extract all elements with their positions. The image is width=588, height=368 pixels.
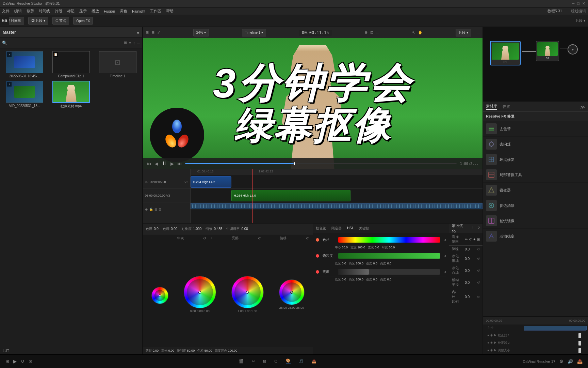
menu-trim[interactable]: 修剪 bbox=[27, 9, 34, 14]
menu-timeline[interactable]: 时间线 bbox=[39, 9, 50, 14]
lock-btn[interactable]: 🔒 bbox=[149, 208, 153, 211]
bt-icon-2[interactable]: ▶ bbox=[13, 359, 17, 364]
scope-tab-hsl[interactable]: HSL bbox=[347, 226, 354, 230]
sat-reset-btn[interactable]: ↺ bbox=[443, 254, 446, 258]
media-item-timeline[interactable]: ⊡ Timeline 1 bbox=[96, 51, 140, 78]
viewer-frame-btn[interactable]: ⊟ bbox=[151, 30, 154, 35]
menu-edit[interactable]: 编辑 bbox=[14, 9, 22, 14]
nodes-btn[interactable]: ⬡ 节点 bbox=[52, 17, 69, 25]
media-item-compound[interactable]: 📋 Compound Clip 1 bbox=[49, 51, 93, 78]
noise-reset[interactable]: ↺ bbox=[477, 247, 480, 251]
fx-item-7[interactable]: 老动稳定 bbox=[483, 229, 588, 244]
module-fairlight[interactable]: 🎵 bbox=[299, 359, 304, 364]
black-clean-reset[interactable]: ↺ bbox=[477, 257, 480, 261]
viewer-mode-btn[interactable]: ⊕ bbox=[364, 30, 368, 35]
reset-mid-btn[interactable]: ↺ bbox=[203, 236, 206, 240]
scope-tab-keyframe[interactable]: 关键帧 bbox=[359, 226, 369, 231]
mid-color-wheel[interactable] bbox=[184, 276, 216, 308]
media-pool-search-icon[interactable]: 🔍 bbox=[2, 41, 7, 45]
metadata-btn[interactable]: 🖼 片段 ▾ bbox=[28, 17, 48, 25]
fx-item-6[interactable]: 创忧镜像 bbox=[483, 213, 588, 229]
fx-item-5[interactable]: 参边消除 bbox=[483, 198, 588, 213]
lum-reset-btn[interactable]: ↺ bbox=[443, 270, 446, 274]
dark-color-wheel[interactable] bbox=[151, 287, 168, 304]
clip-dropdown[interactable]: 片段 ▾ bbox=[456, 29, 471, 36]
module-cut[interactable]: ✂ bbox=[252, 359, 255, 364]
close-btn[interactable]: ✕ bbox=[582, 1, 585, 6]
select-tool-3[interactable]: ✦ bbox=[473, 237, 476, 241]
menu-help[interactable]: 帮助 bbox=[166, 9, 174, 14]
open-fx-btn[interactable]: Open FX bbox=[73, 17, 93, 25]
reset-offset-btn[interactable]: ↺ bbox=[306, 236, 309, 240]
sat-bar[interactable] bbox=[338, 253, 440, 259]
bt-icon-3[interactable]: ↺ bbox=[21, 359, 24, 364]
media-pool-grid-icon[interactable]: ⊞ bbox=[124, 41, 127, 45]
menu-fairlight[interactable]: Fairlight bbox=[132, 9, 145, 13]
menu-view[interactable]: 显示 bbox=[79, 9, 87, 14]
ratio-reset[interactable]: ↺ bbox=[477, 295, 480, 299]
add-wheel-btn[interactable]: + bbox=[210, 236, 212, 241]
timeline-clip-green[interactable]: H.264 High L3.0 bbox=[231, 190, 350, 201]
menu-color[interactable]: 调色 bbox=[120, 9, 127, 14]
next-frame-btn[interactable]: ⏭ bbox=[177, 161, 182, 166]
maximize-btn[interactable]: □ bbox=[577, 1, 579, 6]
media-pool-list-icon[interactable]: ≡ bbox=[129, 41, 131, 45]
menu-clip[interactable]: 片段 bbox=[55, 9, 62, 14]
select-tool-1[interactable]: ✏ bbox=[465, 237, 468, 241]
fx-item-1[interactable]: 去闪烁 bbox=[483, 137, 588, 152]
hue-reset-btn[interactable]: ↺ bbox=[443, 238, 446, 242]
bright-color-wheel[interactable] bbox=[231, 276, 264, 308]
timeline-dropdown[interactable]: Timeline 1 ▾ bbox=[242, 29, 266, 36]
hue-bar[interactable] bbox=[338, 237, 440, 243]
media-pool-sort-icon[interactable]: ↕ bbox=[133, 41, 135, 45]
node-02[interactable]: 02 bbox=[536, 41, 559, 61]
play-rev-btn[interactable]: ◀ bbox=[155, 161, 158, 166]
viewer-dots-btn[interactable]: ··· bbox=[477, 31, 480, 35]
menu-play[interactable]: 播放 bbox=[92, 9, 99, 14]
menu-workspace[interactable]: 工作区 bbox=[150, 9, 161, 14]
fx-item-2[interactable]: 坏点修复 bbox=[483, 152, 588, 167]
play-fwd-btn[interactable]: ▶ bbox=[170, 161, 174, 166]
bt-icon-1[interactable]: ⊞ bbox=[5, 359, 9, 364]
media-pool-more-icon[interactable]: ··· bbox=[137, 41, 140, 45]
viewer-fit-btn[interactable]: ⊞ bbox=[146, 30, 149, 35]
media-item-vid[interactable]: ♪ VID_20220531_18... bbox=[3, 81, 47, 109]
opt-tab-2[interactable]: 2 bbox=[478, 226, 480, 230]
scope-tab-limiter[interactable]: 限定器 bbox=[331, 226, 342, 231]
bt-icon-settings[interactable]: ⚙ bbox=[559, 359, 564, 364]
play-head-btn[interactable]: ⊕ bbox=[145, 208, 148, 211]
fx-item-0[interactable]: 去色带 bbox=[483, 121, 588, 137]
reset-bright-btn[interactable]: ↺ bbox=[258, 236, 261, 240]
module-deliver[interactable]: 📤 bbox=[312, 359, 316, 364]
bt-icon-4[interactable]: ⊡ bbox=[29, 359, 32, 364]
prev-frame-btn[interactable]: ⏮ bbox=[147, 161, 151, 166]
bt-icon-export[interactable]: 📤 bbox=[577, 359, 583, 364]
lum-bar[interactable] bbox=[338, 269, 369, 275]
viewer-hand-tool[interactable]: ✋ bbox=[418, 30, 423, 35]
minimize-btn[interactable]: ─ bbox=[572, 1, 575, 6]
viewer-arrow-tool[interactable]: ↖ bbox=[412, 30, 415, 35]
zoom-dropdown[interactable]: 24% ▾ bbox=[193, 29, 209, 36]
module-edit[interactable]: ⊟ bbox=[263, 359, 266, 364]
mute-btn[interactable]: ⊟ bbox=[154, 208, 157, 211]
offset-color-wheel[interactable] bbox=[279, 279, 305, 305]
scope-tab-wheels[interactable]: 校色轮 bbox=[316, 226, 326, 231]
media-item-selected[interactable]: 把像素材.mp4 bbox=[49, 81, 93, 109]
menu-file[interactable]: 文件 bbox=[2, 9, 10, 14]
bt-icon-audio[interactable]: 🔊 bbox=[568, 359, 573, 364]
media-item[interactable]: ♪ 2022-05-31 18:45-... bbox=[3, 51, 47, 78]
inspector-expand-btn[interactable]: ≫ bbox=[580, 104, 585, 110]
viewer-more-btn[interactable]: ··· bbox=[376, 31, 379, 35]
menu-fusion[interactable]: Fusion bbox=[104, 9, 115, 13]
fx-item-3[interactable]: 局部替换工具 bbox=[483, 167, 588, 183]
viewer-split-btn[interactable]: ⊡ bbox=[370, 30, 373, 35]
menu-mark[interactable]: 标记 bbox=[67, 9, 75, 14]
play-btn[interactable]: ⏸ bbox=[162, 160, 167, 167]
timeline-clip-blue[interactable]: H.264 High L4.2 bbox=[191, 176, 231, 188]
solo-btn[interactable]: ⊠ bbox=[159, 208, 161, 211]
module-media[interactable]: 🎬 bbox=[239, 359, 244, 364]
viewer-expand-btn[interactable]: ⤢ bbox=[157, 30, 160, 35]
white-clean-reset[interactable]: ↺ bbox=[477, 269, 480, 273]
module-color[interactable]: 🎨 bbox=[286, 358, 291, 364]
select-tool-2[interactable]: ↺ bbox=[469, 237, 472, 241]
